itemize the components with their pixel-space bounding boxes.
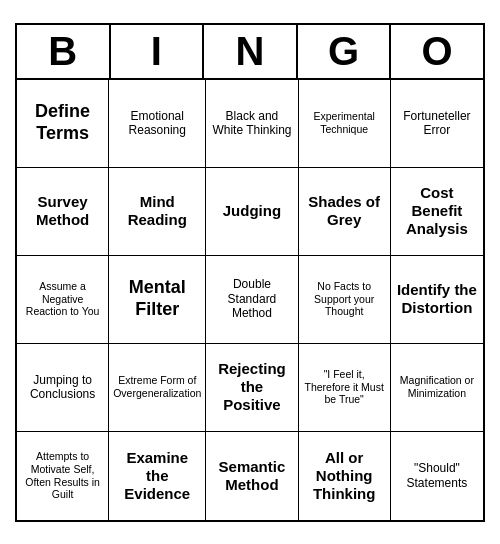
bingo-cell[interactable]: Rejecting the Positive <box>206 344 298 432</box>
bingo-cell[interactable]: Mental Filter <box>109 256 206 344</box>
header-letter: N <box>204 25 298 78</box>
bingo-cell[interactable]: "I Feel it, Therefore it Must be True" <box>299 344 391 432</box>
bingo-cell[interactable]: Double Standard Method <box>206 256 298 344</box>
cell-label: "Should" Statements <box>395 461 479 490</box>
cell-label: Define Terms <box>21 101 104 144</box>
bingo-card: BINGO Define TermsEmotional ReasoningBla… <box>15 23 485 522</box>
cell-label: Cost Benefit Analysis <box>395 184 479 238</box>
cell-label: Fortuneteller Error <box>395 109 479 138</box>
bingo-cell[interactable]: No Facts to Support your Thought <box>299 256 391 344</box>
cell-label: "I Feel it, Therefore it Must be True" <box>303 368 386 406</box>
cell-label: Emotional Reasoning <box>113 109 201 138</box>
bingo-cell[interactable]: Assume a Negative Reaction to You <box>17 256 109 344</box>
cell-label: Extreme Form of Overgeneralization <box>113 374 201 399</box>
cell-label: Semantic Method <box>210 458 293 494</box>
bingo-cell[interactable]: Define Terms <box>17 80 109 168</box>
cell-label: Shades of Grey <box>303 193 386 229</box>
cell-label: Survey Method <box>21 193 104 229</box>
bingo-cell[interactable]: Semantic Method <box>206 432 298 520</box>
bingo-cell[interactable]: Emotional Reasoning <box>109 80 206 168</box>
cell-label: No Facts to Support your Thought <box>303 280 386 318</box>
bingo-cell[interactable]: Magnification or Minimization <box>391 344 483 432</box>
header-letter: G <box>298 25 392 78</box>
cell-label: Black and White Thinking <box>210 109 293 138</box>
bingo-cell[interactable]: Shades of Grey <box>299 168 391 256</box>
bingo-grid: Define TermsEmotional ReasoningBlack and… <box>17 80 483 520</box>
cell-label: Magnification or Minimization <box>395 374 479 399</box>
cell-label: Experimental Technique <box>303 110 386 135</box>
cell-label: Rejecting the Positive <box>210 360 293 414</box>
bingo-header: BINGO <box>17 25 483 80</box>
bingo-cell[interactable]: Attempts to Motivate Self, Often Results… <box>17 432 109 520</box>
bingo-cell[interactable]: Jumping to Conclusions <box>17 344 109 432</box>
bingo-cell[interactable]: Fortuneteller Error <box>391 80 483 168</box>
cell-label: Judging <box>223 202 281 220</box>
bingo-cell[interactable]: Mind Reading <box>109 168 206 256</box>
header-letter: I <box>111 25 205 78</box>
bingo-cell[interactable]: Experimental Technique <box>299 80 391 168</box>
bingo-cell[interactable]: Examine the Evidence <box>109 432 206 520</box>
cell-label: Assume a Negative Reaction to You <box>21 280 104 318</box>
bingo-cell[interactable]: Black and White Thinking <box>206 80 298 168</box>
cell-label: Identify the Distortion <box>395 281 479 317</box>
cell-label: Jumping to Conclusions <box>21 373 104 402</box>
cell-label: Double Standard Method <box>210 277 293 320</box>
header-letter: B <box>17 25 111 78</box>
cell-label: Examine the Evidence <box>113 449 201 503</box>
bingo-cell[interactable]: "Should" Statements <box>391 432 483 520</box>
bingo-cell[interactable]: Cost Benefit Analysis <box>391 168 483 256</box>
cell-label: Mental Filter <box>113 277 201 320</box>
bingo-cell[interactable]: Identify the Distortion <box>391 256 483 344</box>
bingo-cell[interactable]: Survey Method <box>17 168 109 256</box>
bingo-cell[interactable]: Extreme Form of Overgeneralization <box>109 344 206 432</box>
cell-label: All or Nothing Thinking <box>303 449 386 503</box>
cell-label: Mind Reading <box>113 193 201 229</box>
cell-label: Attempts to Motivate Self, Often Results… <box>21 450 104 500</box>
bingo-cell[interactable]: Judging <box>206 168 298 256</box>
header-letter: O <box>391 25 483 78</box>
bingo-cell[interactable]: All or Nothing Thinking <box>299 432 391 520</box>
